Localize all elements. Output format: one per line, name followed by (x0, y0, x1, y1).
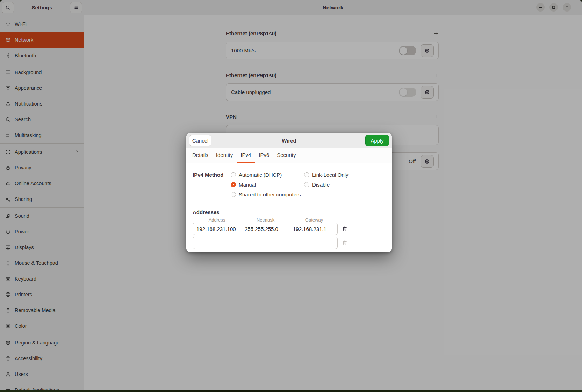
radio-option-disable[interactable]: Disable (304, 180, 348, 189)
radio-option-automatic-dhcp[interactable]: Automatic (DHCP) (231, 170, 301, 180)
settings-window: Settings Network Wi-Fi Network Bluetooth (0, 0, 582, 390)
column-header-gateway: Gateway (290, 217, 338, 223)
wired-dialog: Wired Cancel Apply Details Identity IPv4… (186, 133, 392, 252)
screen: { "header": { "app_title": "Settings", "… (0, 0, 582, 392)
dialog-header: Wired Cancel Apply (186, 133, 392, 148)
tab-ipv6[interactable]: IPv6 (255, 148, 273, 163)
radio-label: Manual (239, 182, 256, 188)
radio-selected-icon (231, 182, 236, 187)
tab-security[interactable]: Security (273, 148, 300, 163)
ipv4-method-label: IPv4 Method (193, 172, 223, 178)
desktop-wallpaper-strip (0, 390, 582, 392)
radio-icon (231, 192, 236, 197)
dialog-title: Wired (186, 133, 392, 148)
column-header-netmask: Netmask (241, 217, 290, 223)
address-row-1 (193, 223, 338, 235)
tab-details[interactable]: Details (188, 148, 212, 163)
tab-ipv4[interactable]: IPv4 (237, 148, 255, 163)
radio-icon (231, 172, 236, 177)
delete-address-row-1-button[interactable] (340, 224, 349, 234)
trash-icon (342, 240, 347, 246)
delete-address-row-2-button[interactable] (340, 238, 349, 248)
address-input[interactable] (193, 237, 241, 249)
netmask-input[interactable] (241, 237, 289, 249)
address-row-2 (193, 237, 338, 249)
radio-option-manual[interactable]: Manual (231, 180, 301, 189)
addresses-label: Addresses (193, 209, 220, 215)
radio-option-link-local[interactable]: Link-Local Only (304, 170, 348, 180)
gateway-input[interactable] (289, 223, 338, 235)
radio-label: Automatic (DHCP) (239, 172, 282, 178)
ipv4-method-options-left: Automatic (DHCP) Manual Shared to other … (231, 170, 301, 199)
radio-label: Disable (312, 182, 330, 188)
column-header-address: Address (193, 217, 241, 223)
address-input[interactable] (193, 223, 241, 235)
gateway-input[interactable] (289, 237, 338, 249)
radio-label: Link-Local Only (312, 172, 348, 178)
trash-icon (342, 226, 347, 232)
dialog-body: IPv4 Method Automatic (DHCP) Manual Shar… (186, 163, 392, 252)
radio-icon (304, 172, 309, 177)
tab-identity[interactable]: Identity (212, 148, 237, 163)
cancel-button[interactable]: Cancel (189, 135, 211, 146)
ipv4-method-options-right: Link-Local Only Disable (304, 170, 348, 189)
dialog-tabs: Details Identity IPv4 IPv6 Security (186, 148, 392, 163)
radio-option-shared[interactable]: Shared to other computers (231, 189, 301, 199)
netmask-input[interactable] (241, 223, 289, 235)
apply-button[interactable]: Apply (365, 135, 389, 146)
radio-icon (304, 182, 309, 187)
radio-label: Shared to other computers (239, 191, 301, 197)
